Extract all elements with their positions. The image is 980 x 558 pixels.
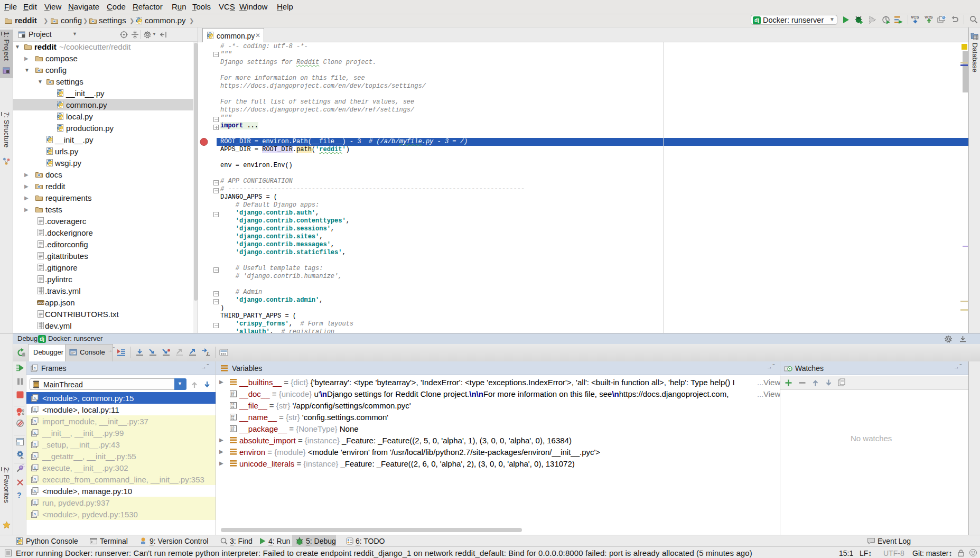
- svg-text:s: s: [34, 366, 36, 370]
- svg-text:VCS: VCS: [911, 15, 919, 20]
- svg-text:JSON: JSON: [38, 301, 45, 304]
- svg-text:VCS: VCS: [925, 15, 932, 20]
